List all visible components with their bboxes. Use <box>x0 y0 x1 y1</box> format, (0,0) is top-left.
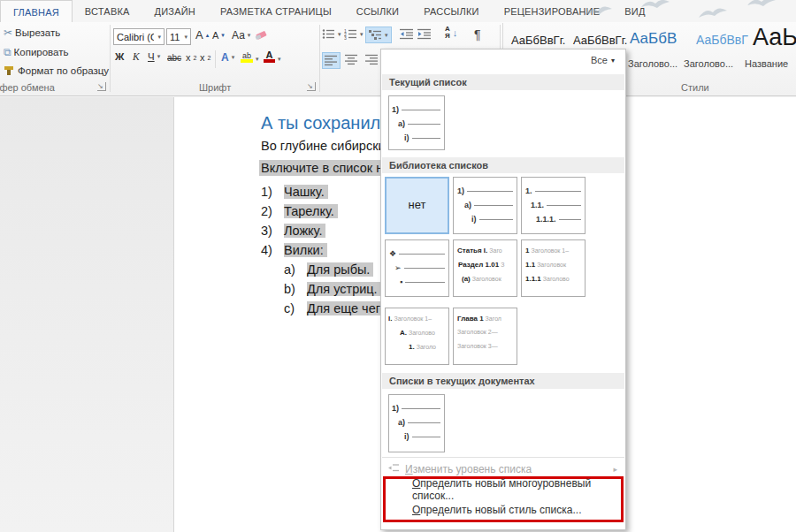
format-painter-button[interactable]: Формат по образцу <box>4 65 109 76</box>
sort-button[interactable]: А Я ↓ <box>445 26 457 40</box>
style-heading1-label: Заголово... <box>628 58 677 69</box>
underline-button[interactable]: Ч ▾ <box>148 51 160 62</box>
clear-formatting-button[interactable] <box>255 27 268 41</box>
tab-mailings[interactable]: РАССЫЛКИ <box>411 0 491 22</box>
style-heading1[interactable]: АаБбВ <box>630 30 677 48</box>
cut-button[interactable]: ✂ Вырезать <box>4 27 60 39</box>
list-item: Тарелку. <box>284 204 338 218</box>
copy-icon: ⧉ <box>4 46 11 58</box>
grow-font-button[interactable]: А▴ <box>195 28 209 42</box>
section-list-library: Библиотека списков <box>382 157 624 173</box>
bold-label: Ж <box>115 51 124 62</box>
superscript-button[interactable]: x2 <box>200 52 210 63</box>
preview-marker: a) <box>398 418 405 427</box>
chevron-down-icon: ▾ <box>154 34 161 41</box>
italic-label: К <box>133 51 140 62</box>
format-painter-icon <box>4 65 15 76</box>
cut-label: Вырезать <box>15 27 60 38</box>
bullet-list-icon <box>322 28 335 40</box>
text-effects-icon: А <box>221 51 229 64</box>
style-normal[interactable]: АаБбВвГг. <box>511 34 565 47</box>
align-left-button[interactable] <box>322 52 341 69</box>
increase-indent-button[interactable] <box>417 28 432 40</box>
chevron-down-icon[interactable]: ▾ <box>278 56 281 63</box>
style-title-label: Название <box>745 58 788 69</box>
bullet-diamond-icon: ❖ <box>389 249 396 258</box>
style-no-spacing[interactable]: АаБбВвГг. <box>573 34 627 47</box>
define-multilevel-list-item[interactable]: Определить новый многоуровневый список..… <box>387 479 622 499</box>
bullet-arrow-icon: ➢ <box>394 263 402 272</box>
library-item-bullets[interactable]: ❖ ➢ ▪ <box>385 239 449 297</box>
chevron-down-icon: ▾ <box>157 53 161 60</box>
subscript-digit: 2 <box>194 55 197 61</box>
show-marks-button[interactable]: ¶ <box>474 27 481 42</box>
gallery-filter-button[interactable]: Все ▾ <box>591 55 615 65</box>
align-center-button[interactable] <box>345 54 358 65</box>
decrease-indent-icon <box>400 28 414 40</box>
preview-marker: 1) <box>392 105 399 114</box>
tab-home[interactable]: ГЛАВНАЯ <box>0 0 73 22</box>
change-case-button[interactable]: Аа ▾ <box>232 29 250 42</box>
numbering-button[interactable]: 123 ▾ <box>344 28 364 40</box>
library-item-heading-roman[interactable]: I.Заголовок 1– А.Заголово 1.Заголо <box>385 308 449 365</box>
highlight-color-button[interactable]: ab <box>241 51 253 63</box>
multilevel-list-button[interactable]: ▾ <box>365 27 392 43</box>
preview-marker: a) <box>398 119 405 128</box>
sort-letter-bottom: Я <box>445 33 450 40</box>
font-color-button[interactable]: А <box>264 49 275 63</box>
list-marker: 1) <box>261 185 272 199</box>
shrink-font-arrow-icon: ▾ <box>221 32 225 39</box>
align-right-icon <box>365 54 379 65</box>
font-name-combo[interactable]: Calibri (Осн ▾ <box>113 28 165 45</box>
text-effects-button[interactable]: А ▾ <box>221 51 234 64</box>
decrease-indent-button[interactable] <box>400 28 414 40</box>
preview-marker: 1.1.1. <box>536 215 556 224</box>
style-title[interactable]: АаЫ <box>753 24 796 51</box>
font-dialog-launcher[interactable]: ↘ <box>307 82 316 91</box>
multilevel-list-icon <box>369 29 382 41</box>
copy-button[interactable]: ⧉ Копировать <box>4 46 69 58</box>
clipboard-dialog-launcher[interactable]: ↘ <box>97 82 106 91</box>
library-item-legal-letters[interactable]: 1) a) i) <box>453 177 517 234</box>
tab-insert[interactable]: ВСТАВКА <box>73 0 142 22</box>
red-annotation-box: Определить новый многоуровневый список..… <box>383 476 624 522</box>
style-heading2[interactable]: АаБбВвГ <box>696 33 748 47</box>
current-list-preview[interactable]: 1) a) i) <box>388 95 445 150</box>
preview-text: 1 <box>525 247 529 255</box>
tab-page-layout[interactable]: РАЗМЕТКА СТРАНИЦЫ <box>208 0 344 22</box>
library-item-chapter[interactable]: Глава 1Загол Заголовок 2— Заголовок 3— <box>453 308 517 365</box>
font-group-label: Шрифт <box>199 82 231 93</box>
sublist-item: Для устриц. <box>307 282 381 296</box>
tab-design[interactable]: ДИЗАЙН <box>142 0 208 22</box>
library-item-none[interactable]: нет <box>385 177 449 234</box>
library-item-heading-numbered[interactable]: 1Заголовок 1– 1.1Заголовок 1.1.1Заголово <box>521 239 586 297</box>
preview-text: А. <box>400 329 407 337</box>
style-heading2-label: Заголово... <box>684 58 733 69</box>
bold-button[interactable]: Ж <box>115 51 124 62</box>
subscript-button[interactable]: x2 <box>186 52 196 63</box>
subscript-x: x <box>186 52 191 63</box>
tab-references[interactable]: ССЫЛКИ <box>344 0 411 22</box>
chevron-down-icon: ▾ <box>338 31 341 38</box>
preview-text: Заголо <box>417 344 436 350</box>
strikethrough-button[interactable]: abc <box>167 53 181 63</box>
preview-text: Статья I. <box>457 247 487 255</box>
gallery-filter-label: Все <box>591 55 608 65</box>
font-name-value: Calibri (Осн <box>117 32 154 42</box>
preview-text: Заголовок <box>472 276 501 282</box>
align-right-button[interactable] <box>365 54 379 65</box>
italic-button[interactable]: К <box>133 51 140 62</box>
font-size-combo[interactable]: 11 ▾ <box>166 28 191 45</box>
preview-marker: 1) <box>457 186 464 195</box>
chevron-down-icon[interactable]: ▾ <box>256 56 259 63</box>
define-list-style-item[interactable]: Определить новый стиль списка... <box>387 499 622 520</box>
library-item-decimal[interactable]: 1. 1.1. 1.1.1. <box>521 177 586 234</box>
sort-arrow-icon: ↓ <box>453 27 458 38</box>
section-lists-in-documents: Списки в текущих документах <box>382 373 624 389</box>
bullets-button[interactable]: ▾ <box>322 28 341 40</box>
shrink-font-button[interactable]: А▾ <box>212 30 225 41</box>
word-window: ГЛАВНАЯ ВСТАВКА ДИЗАЙН РАЗМЕТКА СТРАНИЦЫ… <box>0 0 796 532</box>
library-item-article-section[interactable]: Статья I.Заго Раздел 1.01З (а)Заголовок <box>453 239 517 297</box>
submenu-arrow-icon: ▸ <box>613 465 617 474</box>
document-list-preview[interactable]: 1) a) i) <box>388 394 445 452</box>
